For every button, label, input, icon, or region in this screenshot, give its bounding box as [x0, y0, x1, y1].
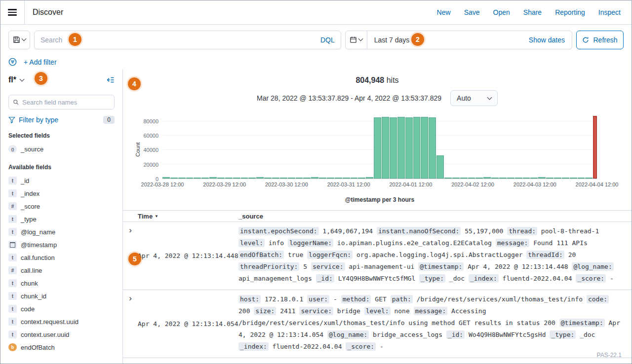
- histogram-bar[interactable]: [491, 178, 499, 179]
- interval-select[interactable]: Auto: [450, 90, 498, 106]
- field-item-_id[interactable]: t_id: [8, 174, 115, 187]
- histogram-bar[interactable]: [390, 117, 397, 179]
- histogram-bar[interactable]: [272, 178, 279, 179]
- histogram-bar[interactable]: [436, 155, 444, 179]
- histogram-bar[interactable]: [264, 178, 272, 179]
- histogram-bar[interactable]: [343, 178, 350, 179]
- saved-query-button[interactable]: [8, 31, 30, 49]
- field-item-code[interactable]: tcode: [8, 302, 115, 315]
- filter-circle-icon[interactable]: [8, 58, 17, 66]
- field-item-@log_name[interactable]: t@log_name: [8, 225, 115, 238]
- field-search-input[interactable]: [22, 99, 110, 106]
- histogram-bar[interactable]: [444, 178, 452, 179]
- histogram-bar[interactable]: [593, 116, 596, 179]
- histogram-bar[interactable]: [483, 177, 491, 179]
- histogram-bars: [162, 114, 597, 179]
- field-name: _id: [21, 177, 29, 184]
- histogram-bar[interactable]: [562, 178, 569, 179]
- histogram-bar[interactable]: [429, 117, 436, 179]
- histogram-bar[interactable]: [538, 177, 546, 179]
- histogram-bar[interactable]: [546, 178, 553, 179]
- histogram-bar[interactable]: [499, 178, 507, 179]
- field-item-chunk_id[interactable]: tchunk_id: [8, 290, 115, 302]
- expand-row-icon[interactable]: ›: [129, 293, 132, 353]
- histogram-bar[interactable]: [288, 178, 295, 179]
- filter-by-type-button[interactable]: Filter by type 0: [8, 116, 115, 124]
- histogram-bar[interactable]: [366, 177, 373, 179]
- histogram-bar[interactable]: [162, 177, 170, 179]
- histogram-bar[interactable]: [209, 177, 217, 179]
- search-input[interactable]: [40, 36, 316, 44]
- histogram-bar[interactable]: [296, 178, 303, 179]
- histogram-bar[interactable]: [225, 178, 233, 179]
- histogram-bar[interactable]: [585, 178, 592, 179]
- refresh-button[interactable]: Refresh: [576, 31, 624, 49]
- histogram-bar[interactable]: [248, 178, 256, 179]
- field-item-context.user.uuid[interactable]: tcontext.user.uuid: [8, 328, 115, 341]
- add-filter-link[interactable]: + Add filter: [24, 58, 57, 66]
- histogram-bar[interactable]: [201, 178, 209, 179]
- histogram-bar[interactable]: [280, 178, 287, 179]
- histogram-bar[interactable]: [507, 178, 514, 179]
- field-item-call.line[interactable]: #call.line: [8, 264, 115, 277]
- histogram-bar[interactable]: [468, 178, 475, 179]
- histogram-bar[interactable]: [358, 178, 365, 179]
- histogram-bar[interactable]: [178, 178, 186, 179]
- histogram-bar[interactable]: [170, 178, 178, 179]
- nav-link-reporting[interactable]: Reporting: [555, 8, 585, 16]
- histogram-bar[interactable]: [351, 178, 358, 179]
- nav-link-open[interactable]: Open: [493, 8, 510, 16]
- nav-link-new[interactable]: New: [437, 8, 451, 16]
- histogram-bar[interactable]: [397, 117, 405, 179]
- histogram-bar[interactable]: [186, 178, 194, 179]
- field-item-_index[interactable]: t_index: [8, 187, 115, 200]
- field-item-_score[interactable]: #_score: [8, 200, 115, 213]
- field-key-chip: instant.nanoOfSecond:: [377, 227, 461, 235]
- histogram-bar[interactable]: [303, 178, 311, 179]
- histogram-bar[interactable]: [217, 178, 225, 179]
- time-range-value[interactable]: Last 7 days: [367, 36, 417, 44]
- query-language-button[interactable]: DQL: [316, 36, 335, 44]
- collapse-sidebar-button[interactable]: [107, 76, 115, 84]
- histogram-bar[interactable]: [578, 178, 585, 179]
- histogram-bar[interactable]: [382, 117, 389, 179]
- histogram-bar[interactable]: [374, 117, 381, 179]
- field-item-chunk[interactable]: tchunk: [8, 277, 115, 290]
- field-item-call.function[interactable]: tcall.function: [8, 251, 115, 264]
- histogram-bar[interactable]: [256, 177, 264, 179]
- nav-link-inspect[interactable]: Inspect: [598, 8, 621, 16]
- histogram-bar[interactable]: [194, 178, 201, 179]
- field-item-context.request.uuid[interactable]: tcontext.request.uuid: [8, 315, 115, 328]
- histogram-bar[interactable]: [523, 178, 530, 179]
- histogram-bar[interactable]: [311, 177, 318, 179]
- show-dates-link[interactable]: Show dates: [529, 36, 572, 44]
- histogram-bar[interactable]: [327, 178, 334, 179]
- histogram-bar[interactable]: [452, 178, 460, 179]
- text-field-icon: t: [8, 279, 17, 287]
- histogram-bar[interactable]: [413, 117, 421, 179]
- histogram-bar[interactable]: [460, 178, 468, 179]
- histogram-bar[interactable]: [233, 178, 240, 179]
- field-item-_source[interactable]: {}_source: [8, 143, 115, 155]
- nav-link-save[interactable]: Save: [464, 8, 480, 16]
- date-picker: Last 7 days Show dates: [345, 31, 572, 49]
- field-item-@timestamp[interactable]: @timestamp: [8, 238, 115, 251]
- calendar-button[interactable]: [346, 31, 367, 49]
- histogram-bar[interactable]: [421, 117, 428, 179]
- chart-plot-area[interactable]: [162, 114, 597, 179]
- histogram-bar[interactable]: [475, 178, 483, 179]
- histogram-bar[interactable]: [570, 178, 577, 179]
- histogram-bar[interactable]: [515, 178, 522, 179]
- histogram-bar[interactable]: [319, 178, 326, 179]
- histogram-bar[interactable]: [530, 178, 538, 179]
- field-item-endOfBatch[interactable]: bendOfBatch: [8, 341, 115, 354]
- index-pattern-selector[interactable]: fl*: [8, 75, 16, 84]
- nav-link-share[interactable]: Share: [523, 8, 542, 16]
- histogram-bar[interactable]: [241, 178, 248, 179]
- histogram-bar[interactable]: [554, 178, 561, 179]
- field-item-_type[interactable]: t_type: [8, 213, 115, 225]
- histogram-bar[interactable]: [405, 117, 413, 179]
- histogram-bar[interactable]: [335, 178, 342, 179]
- hamburger-menu-button[interactable]: [0, 0, 25, 24]
- time-column-header[interactable]: Time ▼: [138, 213, 238, 220]
